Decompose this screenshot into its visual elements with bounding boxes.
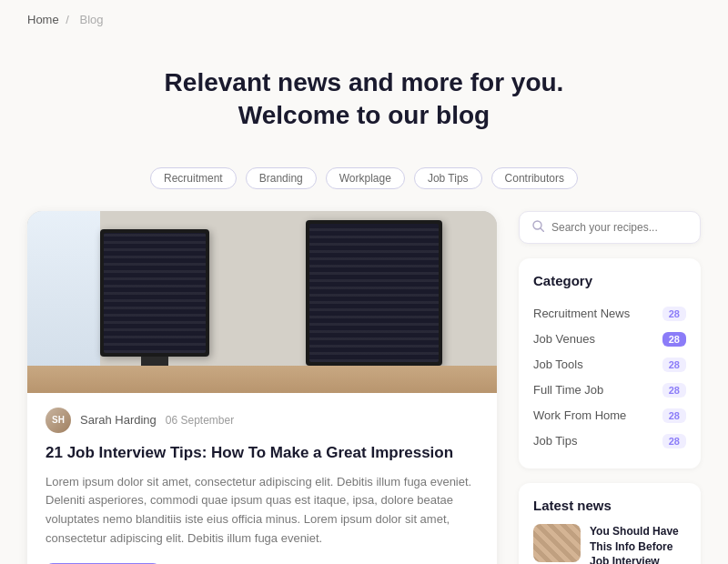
tag-branding[interactable]: Branding [246,167,317,189]
article-card: SH Sarah Harding 06 September 21 Job Int… [27,211,497,564]
sidebar: Category Recruitment News 28 Job Venues … [519,211,701,564]
filter-tags: Recruitment Branding Workplage Job Tips … [0,167,728,189]
search-icon [532,220,544,235]
news-headline: You Should Have This Info Before Job Int… [590,524,686,564]
search-box[interactable] [519,211,701,244]
category-label: Full Time Job [533,383,603,397]
category-item-job-venues[interactable]: Job Venues 28 [533,327,686,352]
category-badge: 28 [662,307,686,321]
category-label: Work From Home [533,408,626,422]
category-badge: 28 [662,358,686,372]
category-label: Job Venues [533,332,595,346]
category-badge: 28 [662,408,686,423]
tag-workplage[interactable]: Workplage [326,167,405,189]
category-item-full-time-job[interactable]: Full Time Job 28 [533,378,686,403]
category-item-work-from-home[interactable]: Work From Home 28 [533,403,686,428]
author-avatar: SH [46,408,71,433]
latest-news-title: Latest news [533,498,686,513]
latest-news-card: Latest news You Should Have This Info Be… [519,483,701,564]
article-meta: SH Sarah Harding 06 September [46,408,479,433]
breadcrumb-current: Blog [80,13,104,26]
article-author: Sarah Harding [80,413,157,427]
news-item[interactable]: You Should Have This Info Before Job Int… [533,524,686,564]
category-item-recruitment-news[interactable]: Recruitment News 28 [533,301,686,327]
main-layout: SH Sarah Harding 06 September 21 Job Int… [0,211,728,564]
category-badge: 28 [662,332,686,347]
category-badge: 28 [662,383,686,398]
hero-title: Relevant news and more for you. Welcome … [18,66,710,133]
article-body: SH Sarah Harding 06 September 21 Job Int… [27,393,497,564]
svg-line-1 [541,228,544,232]
hero-section: Relevant news and more for you. Welcome … [0,39,728,151]
category-badge: 28 [662,434,686,448]
breadcrumb-home-link[interactable]: Home [27,13,59,26]
tag-recruitment[interactable]: Recruitment [150,167,237,189]
category-label: Recruitment News [533,307,630,320]
article-image [27,211,497,393]
search-input[interactable] [551,221,687,234]
article-date: 06 September [166,414,234,427]
category-label: Job Tools [533,358,583,371]
category-card: Category Recruitment News 28 Job Venues … [519,258,701,468]
category-item-job-tips[interactable]: Job Tips 28 [533,428,686,454]
category-title: Category [533,273,686,288]
article-excerpt: Lorem ipsum dolor sit amet, consectetur … [46,473,479,549]
breadcrumb-separator: / [66,13,69,26]
category-item-job-tools[interactable]: Job Tools 28 [533,352,686,378]
article-title: 21 Job Interview Tips: How To Make a Gre… [46,442,479,464]
news-content: You Should Have This Info Before Job Int… [590,524,686,564]
tag-contributors[interactable]: Contributors [491,167,578,189]
news-thumbnail [533,524,581,562]
tag-job-tips[interactable]: Job Tips [414,167,482,189]
breadcrumb: Home / Blog [0,0,728,39]
category-label: Job Tips [533,434,577,448]
